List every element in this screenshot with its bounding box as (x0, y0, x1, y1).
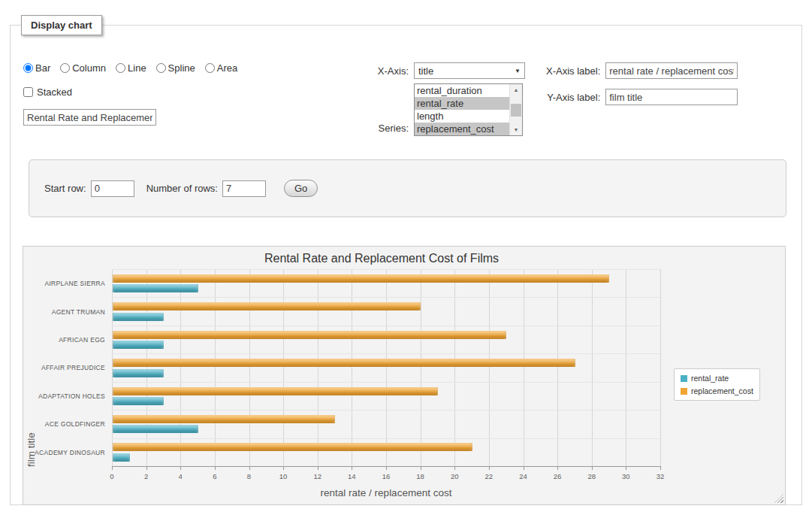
number-of-rows-input[interactable] (222, 180, 266, 197)
go-button[interactable]: Go (284, 180, 318, 197)
legend-item-replacement_cost[interactable]: replacement_cost (681, 386, 753, 395)
x-tick-label: 32 (657, 472, 665, 480)
x-tick-label: 22 (485, 472, 494, 480)
chart-container: Rental Rate and Replacement Cost of Film… (23, 246, 786, 505)
y-axis-label-input[interactable] (605, 89, 738, 105)
chart-type-radio-bar[interactable] (23, 63, 33, 73)
x-tick-mark (660, 466, 661, 470)
chevron-down-icon: ▼ (515, 68, 521, 74)
chart-category-row: ACE GOLDFINGER (112, 410, 660, 438)
category-label: AGENT TRUMAN (52, 308, 105, 316)
scrollbar-thumb[interactable] (511, 104, 521, 117)
x-tick-mark (626, 466, 626, 470)
scroll-up-icon[interactable]: ▲ (510, 84, 522, 95)
x-tick-label: 6 (213, 472, 216, 480)
series-option-replacement_cost[interactable]: replacement_cost (415, 123, 509, 135)
x-tick-label: 16 (382, 472, 391, 480)
series-option-rental_rate[interactable]: rental_rate (415, 97, 509, 110)
bar-rental_rate (113, 369, 164, 377)
legend-swatch (681, 388, 687, 395)
chart-type-label: Column (72, 62, 106, 74)
bar-rental_rate (113, 397, 164, 405)
axis-series-column: X-Axis: title ▼ Series: rental_durationr… (352, 62, 525, 136)
chart-type-bar[interactable]: Bar (23, 62, 50, 74)
chart-type-column[interactable]: Column (60, 62, 106, 74)
category-label: AIRPLANE SIERRA (44, 280, 105, 287)
chart-type-radio-group: BarColumnLineSplineArea (23, 62, 237, 74)
x-axis-select-value: title (418, 65, 433, 77)
x-tick-label: 12 (313, 472, 321, 480)
chart-type-line[interactable]: Line (116, 62, 146, 74)
x-tick-label: 10 (279, 472, 288, 480)
chart-options-column: BarColumnLineSplineArea Stacked (23, 62, 237, 126)
x-axis-select-label: X-Axis: (378, 65, 409, 77)
chart-type-radio-line[interactable] (116, 63, 125, 73)
x-tick-label: 28 (587, 472, 596, 480)
x-tick-label: 26 (554, 472, 562, 480)
chart-title: Rental Rate and Replacement Cost of Film… (23, 252, 740, 265)
scrollbar-track[interactable] (510, 95, 522, 124)
axis-labels-column: X-Axis label: Y-Axis label: (546, 62, 738, 105)
chart-category-row: AIRPLANE SIERRA (112, 269, 660, 297)
bar-replacement_cost (113, 302, 421, 311)
stacked-checkbox-row[interactable]: Stacked (23, 86, 237, 98)
x-tick-label: 18 (416, 472, 424, 480)
x-tick-mark (180, 466, 181, 470)
scroll-down-icon[interactable]: ▼ (510, 124, 522, 135)
x-tick-mark (421, 466, 421, 470)
bar-replacement_cost (113, 359, 575, 367)
series-listbox-scrollbar[interactable]: ▲ ▼ (509, 84, 522, 135)
plot-area: 02468101214161820222426283032AIRPLANE SI… (112, 269, 660, 467)
page: Display chart BarColumnLineSplineArea St… (0, 0, 812, 512)
series-select-label: Series: (379, 123, 409, 136)
category-label: ACADEMY DINOSAUR (35, 449, 105, 456)
series-options: rental_durationrental_ratelengthreplacem… (415, 84, 509, 135)
x-tick-mark (283, 466, 284, 470)
category-label: ACE GOLDFINGER (45, 420, 105, 428)
chart-type-radio-spline[interactable] (156, 63, 166, 73)
legend-label: replacement_cost (691, 386, 753, 395)
x-tick-mark (249, 466, 250, 470)
chart-type-radio-area[interactable] (205, 63, 215, 73)
bar-rental_rate (113, 284, 198, 292)
chart-category-row: AGENT TRUMAN (112, 297, 660, 325)
x-tick-label: 2 (144, 472, 148, 480)
chart-title-input[interactable] (23, 109, 156, 126)
chart-category-row: AFRICAN EGG (112, 326, 660, 353)
x-tick-label: 14 (348, 472, 356, 480)
panel-title: Display chart (21, 15, 102, 35)
stacked-checkbox[interactable] (23, 87, 33, 97)
bar-rental_rate (113, 313, 164, 321)
category-label: AFRICAN EGG (59, 336, 105, 344)
legend-item-rental_rate[interactable]: rental_rate (681, 374, 753, 383)
series-option-length[interactable]: length (415, 110, 509, 123)
chart-category-row: ADAPTATION HOLES (112, 382, 660, 410)
number-of-rows-label: Number of rows: (146, 183, 218, 194)
y-axis-title: film title (26, 269, 37, 467)
x-tick-label: 24 (519, 472, 527, 480)
x-tick-mark (524, 466, 524, 470)
x-tick-mark (112, 466, 113, 470)
x-tick-mark (386, 466, 387, 470)
start-row-input[interactable] (91, 180, 134, 197)
x-tick-mark (215, 466, 216, 470)
chart-type-area[interactable]: Area (205, 62, 237, 74)
chart-type-spline[interactable]: Spline (156, 62, 195, 74)
legend-swatch (681, 375, 687, 382)
chart-type-radio-column[interactable] (60, 63, 70, 73)
y-axis-label-label: Y-Axis label: (547, 92, 600, 103)
chart-category-row: ACADEMY DINOSAUR (112, 438, 660, 466)
stacked-label: Stacked (37, 86, 72, 98)
series-listbox[interactable]: rental_durationrental_ratelengthreplacem… (414, 83, 523, 136)
x-axis-label-input[interactable] (605, 62, 738, 79)
x-tick-label: 20 (451, 472, 459, 480)
x-tick-mark (318, 466, 318, 470)
series-option-rental_duration[interactable]: rental_duration (415, 84, 509, 97)
chart-type-label: Line (128, 62, 146, 74)
x-tick-mark (146, 466, 147, 470)
chart-legend: rental_ratereplacement_cost (674, 368, 760, 401)
category-label: AFFAIR PREJUDICE (41, 364, 105, 371)
x-axis-select[interactable]: title ▼ (414, 62, 525, 79)
legend-label: rental_rate (691, 374, 729, 383)
resize-handle-icon[interactable] (774, 494, 783, 503)
